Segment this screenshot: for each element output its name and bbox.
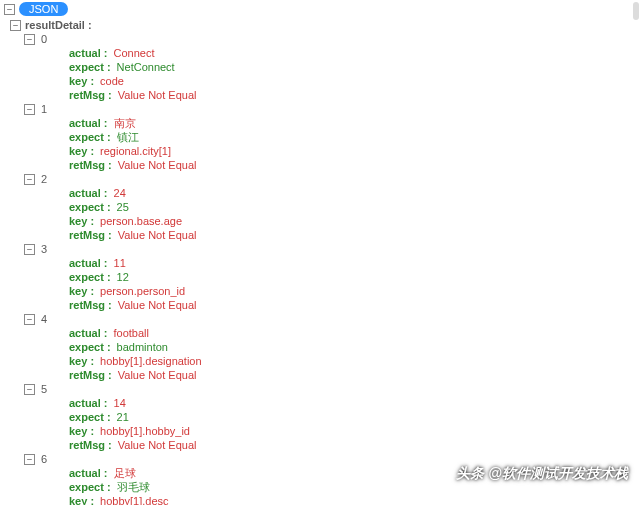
toggle-resultdetail[interactable]: − [10,20,21,31]
field-value: 14 [114,396,126,410]
field-value: 12 [117,270,129,284]
field-key: key : [69,424,94,438]
field-value: Value Not Equal [118,298,197,312]
field-key: expect : [69,340,111,354]
field-value: Value Not Equal [118,228,197,242]
field-key: key : [69,354,94,368]
item-field: actual :11 [24,256,640,270]
field-key: expect : [69,410,111,424]
item-field: actual :南京 [24,116,640,130]
field-key: key : [69,144,94,158]
field-key: retMsg : [69,298,112,312]
field-value: hobby[1].hobby_id [100,424,190,438]
field-key: expect : [69,200,111,214]
field-key: expect : [69,130,111,144]
item-field: retMsg :Value Not Equal [24,368,640,382]
field-value: Value Not Equal [118,88,197,102]
field-value: 21 [117,410,129,424]
field-value: 24 [114,186,126,200]
field-key: key : [69,284,94,298]
field-value: 25 [117,200,129,214]
item-index: 5 [39,382,47,396]
resultdetail-label: resultDetail : [25,18,92,32]
item-field: key :person.person_id [24,284,640,298]
field-key: retMsg : [69,228,112,242]
field-value: Value Not Equal [118,158,197,172]
toggle-item[interactable]: − [24,454,35,465]
field-value: NetConnect [117,60,175,74]
item-field: key :regional.city[1] [24,144,640,158]
field-value: football [114,326,149,340]
field-value: Value Not Equal [118,438,197,452]
item-field: retMsg :Value Not Equal [24,228,640,242]
field-key: expect : [69,60,111,74]
field-key: retMsg : [69,438,112,452]
item-field: expect :12 [24,270,640,284]
item-index: 1 [39,102,47,116]
field-value: 羽毛球 [117,480,150,494]
field-key: retMsg : [69,368,112,382]
item-field: key :code [24,74,640,88]
item-index: 4 [39,312,47,326]
item-field: expect :badminton [24,340,640,354]
item-field: actual :Connect [24,46,640,60]
toggle-item[interactable]: − [24,244,35,255]
item-field: key :hobby[1].desc [24,494,640,505]
item-field: retMsg :Value Not Equal [24,298,640,312]
field-key: actual : [69,466,108,480]
field-value: Connect [114,46,155,60]
field-value: regional.city[1] [100,144,171,158]
field-value: Value Not Equal [118,368,197,382]
field-value: person.base.age [100,214,182,228]
item-field: retMsg :Value Not Equal [24,438,640,452]
field-key: actual : [69,326,108,340]
field-key: key : [69,214,94,228]
toggle-item[interactable]: − [24,384,35,395]
field-value: 足球 [114,466,136,480]
toggle-item[interactable]: − [24,104,35,115]
item-field: key :hobby[1].hobby_id [24,424,640,438]
item-field: expect :25 [24,200,640,214]
field-key: key : [69,494,94,505]
item-field: actual :14 [24,396,640,410]
item-index: 2 [39,172,47,186]
item-field: expect :21 [24,410,640,424]
field-key: actual : [69,186,108,200]
field-key: key : [69,74,94,88]
toggle-item[interactable]: − [24,314,35,325]
scrollbar-thumb[interactable] [633,2,639,20]
item-field: key :person.base.age [24,214,640,228]
item-index: 6 [39,452,47,466]
field-key: expect : [69,270,111,284]
field-key: actual : [69,256,108,270]
field-key: expect : [69,480,111,494]
field-key: actual : [69,396,108,410]
field-key: retMsg : [69,158,112,172]
toggle-item[interactable]: − [24,174,35,185]
item-field: expect :NetConnect [24,60,640,74]
item-field: actual :football [24,326,640,340]
item-field: expect :羽毛球 [24,480,640,494]
item-field: expect :镇江 [24,130,640,144]
field-value: 南京 [114,116,136,130]
field-value: hobby[1].desc [100,494,169,505]
field-value: person.person_id [100,284,185,298]
field-value: code [100,74,124,88]
toggle-item[interactable]: − [24,34,35,45]
item-field: key :hobby[1].designation [24,354,640,368]
field-key: actual : [69,46,108,60]
field-value: badminton [117,340,168,354]
field-value: 11 [114,256,126,270]
item-index: 0 [39,32,47,46]
field-value: hobby[1].designation [100,354,202,368]
item-index: 3 [39,242,47,256]
field-key: actual : [69,116,108,130]
json-badge: JSON [19,2,68,16]
toggle-root[interactable]: − [4,4,15,15]
item-field: retMsg :Value Not Equal [24,88,640,102]
field-key: retMsg : [69,88,112,102]
item-field: actual :足球 [24,466,640,480]
item-field: retMsg :Value Not Equal [24,158,640,172]
item-field: actual :24 [24,186,640,200]
field-value: 镇江 [117,130,139,144]
